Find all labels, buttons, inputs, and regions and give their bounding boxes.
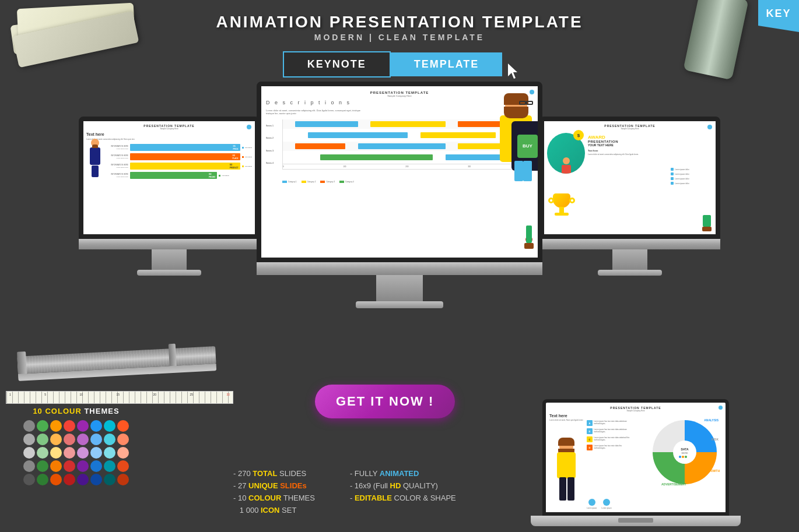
tab-keynote[interactable]: KEYNOTE [283, 51, 391, 77]
monitor-right-base [598, 270, 662, 276]
monitor-left-content: PRESENTATION TEMPLATE Sample Company Her… [83, 121, 255, 234]
color-dot [64, 420, 75, 432]
monitor-center-base [356, 301, 443, 308]
color-themes-section: 10 COLOUR THEMES [23, 407, 129, 485]
left-slide-sub: Sample Company Here [86, 128, 252, 130]
svg-text:DATA: DATA [681, 448, 689, 451]
color-dot [23, 420, 35, 432]
color-dot [64, 460, 75, 472]
monitor-right-stand [612, 249, 647, 270]
character-left [85, 139, 105, 185]
color-dot [50, 420, 62, 432]
color-grid-3 [23, 447, 129, 459]
color-dot [23, 460, 35, 472]
features-col1: - 270 TOTAL SLIDES - 27 UNIQUE SLIDEs - … [233, 469, 315, 515]
character-laptop [549, 439, 584, 509]
color-dot [37, 447, 48, 459]
feature-colour: - 10 COLOUR THEMES [233, 494, 315, 502]
color-dot [77, 447, 89, 459]
color-dot [90, 434, 102, 445]
color-dot [50, 447, 62, 459]
color-dot [117, 447, 129, 459]
get-it-now-text: GeT It NOW ! [336, 394, 434, 408]
svg-text:HERE: HERE [681, 452, 688, 455]
color-grid-5 [23, 474, 129, 485]
monitor-center-chin [257, 262, 542, 275]
color-dot [77, 474, 89, 485]
color-dot [90, 474, 102, 485]
color-dot [37, 460, 48, 472]
monitor-center-screen: PRESENTATION TEMPLATE Sample Company Her… [257, 82, 542, 262]
color-dot [90, 460, 102, 472]
bottom-info: - 270 TOTAL SLIDES - 27 UNIQUE SLIDEs - … [233, 469, 456, 515]
feature-slides: - 270 TOTAL SLIDES [233, 469, 315, 478]
color-dot [104, 434, 115, 445]
plant-decoration [523, 231, 535, 255]
color-dot [90, 447, 102, 459]
color-dot [37, 420, 48, 432]
feature-hd: - 16x9 (Full HD QUALITY) [350, 481, 456, 490]
color-dot [117, 420, 129, 432]
svg-point-5 [685, 456, 687, 458]
get-it-now-button[interactable]: GeT It NOW ! [315, 385, 455, 418]
monitor-left: PRESENTATION TEMPLATE Sample Company Her… [79, 117, 260, 276]
monitor-right-content: PRESENTATION TEMPLATE Sample Company Her… [544, 121, 716, 234]
color-dot [64, 447, 75, 459]
color-dot [77, 460, 89, 472]
feature-unique: - 27 UNIQUE SLIDEs [233, 481, 315, 490]
monitor-left-chin [79, 239, 260, 249]
right-slide-sub: Sample Company Here [547, 128, 713, 130]
color-dot [90, 420, 102, 432]
color-dot [64, 474, 75, 485]
color-grid [23, 420, 129, 432]
features-col2: - FULLY ANIMATED - 16x9 (Full HD QUALITY… [350, 469, 456, 515]
color-dot [23, 434, 35, 445]
monitor-right-screen: PRESENTATION TEMPLATE Sample Company Her… [539, 117, 720, 239]
laptop: PRESENTATION TEMPLATE Sample Company Her… [542, 399, 752, 526]
header-title: ANIMATION PRESENTATION TEMPLATE [0, 13, 799, 31]
feature-editable: - EDITABLE COLOR & SHAPE [350, 494, 456, 502]
color-dot [117, 434, 129, 445]
color-dot [37, 474, 48, 485]
laptop-body [531, 516, 741, 526]
monitor-left-screen: PRESENTATION TEMPLATE Sample Company Her… [79, 117, 260, 239]
color-dot [77, 420, 89, 432]
svg-point-4 [682, 456, 684, 458]
key-badge-text: KEY [766, 8, 791, 20]
monitors-area: PRESENTATION TEMPLATE Sample Company Her… [79, 82, 720, 350]
laptop-screen: PRESENTATION TEMPLATE Sample Company Her… [542, 399, 729, 516]
color-dot [104, 474, 115, 485]
color-dot [64, 434, 75, 445]
color-dot [50, 460, 62, 472]
color-dot [117, 460, 129, 472]
monitor-center-content: PRESENTATION TEMPLATE Sample Company Her… [261, 86, 538, 258]
page-header: ANIMATION PRESENTATION TEMPLATE MODERN |… [0, 0, 799, 42]
monitor-center: PRESENTATION TEMPLATE Sample Company Her… [257, 82, 542, 308]
monitor-right: PRESENTATION TEMPLATE Sample Company Her… [539, 117, 720, 276]
color-dot [23, 447, 35, 459]
color-dot [104, 460, 115, 472]
color-dot [117, 474, 129, 485]
tab-template[interactable]: TEMPLATE [391, 52, 503, 76]
svg-point-3 [679, 456, 681, 458]
color-dot [104, 420, 115, 432]
monitor-center-stand [376, 275, 423, 301]
monitor-left-stand [152, 249, 187, 270]
monitor-left-base [137, 270, 201, 276]
color-dot [23, 474, 35, 485]
laptop-slide-sub: Sample Company Here [549, 410, 722, 412]
color-dot [77, 434, 89, 445]
caliper-tool [17, 346, 216, 374]
color-grid-2 [23, 434, 129, 445]
color-themes-title: 10 COLOUR THEMES [23, 407, 129, 415]
feature-animated: - FULLY ANIMATED [350, 469, 456, 478]
color-grid-4 [23, 460, 129, 472]
header-subtitle: MODERN | CLEAN TEMPLATE [0, 33, 799, 42]
color-dot [104, 447, 115, 459]
color-dot [37, 434, 48, 445]
feature-icon: 1 000 ICON SET [233, 506, 315, 515]
cursor-icon [508, 64, 522, 83]
color-dot [50, 474, 62, 485]
color-dot [50, 434, 62, 445]
ruler-tool: 1 5 10 15 20 25 30 [6, 391, 233, 404]
